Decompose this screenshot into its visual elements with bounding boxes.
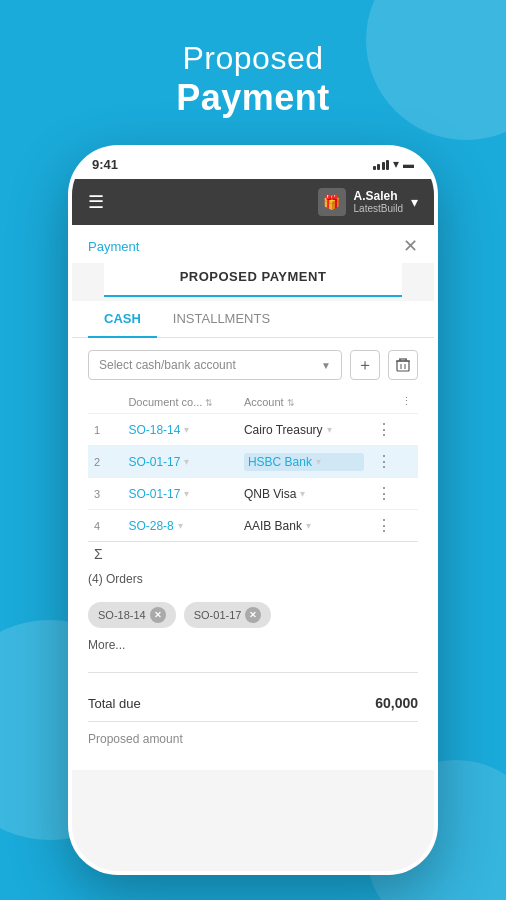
tag-2-close[interactable]: ✕ [245, 607, 261, 623]
tag-1-close[interactable]: ✕ [150, 607, 166, 623]
row-4-num: 4 [94, 520, 100, 532]
tabs-row: CASH INSTALLMENTS [72, 301, 434, 338]
row-4-account[interactable]: AAIB Bank ▾ [244, 519, 364, 533]
row-3-doc[interactable]: SO-01-17 ▾ [128, 487, 232, 501]
app-header-row: Payment ✕ [72, 225, 434, 263]
row-3-num: 3 [94, 488, 100, 500]
row-1-account-arrow: ▾ [327, 424, 332, 435]
table-row: 4 SO-28-8 ▾ AAIB Bank ▾ [88, 510, 418, 542]
tab-cash[interactable]: CASH [88, 301, 157, 338]
row-1-doc[interactable]: SO-18-14 ▾ [128, 423, 232, 437]
select-chevron-icon: ▼ [321, 360, 331, 371]
col-header-account: Account ⇅ [238, 390, 370, 414]
trash-icon [395, 357, 411, 373]
status-bar: 9:41 ▾ ▬ [72, 149, 434, 179]
page-title: PROPOSED PAYMENT [180, 269, 327, 284]
back-link[interactable]: Payment [88, 239, 139, 254]
nav-app-icon: 🎁 [318, 188, 346, 216]
nav-chevron-icon[interactable]: ▾ [411, 194, 418, 210]
row-3-account-arrow: ▾ [300, 488, 305, 499]
tag-2: SO-01-17 ✕ [184, 602, 272, 628]
payment-table: Document co... ⇅ Account ⇅ ⋮ [88, 390, 418, 566]
row-3-more[interactable]: ⋮ [376, 485, 392, 502]
row-2-account[interactable]: HSBC Bank ▾ [244, 453, 364, 471]
row-1-account[interactable]: Cairo Treasury ▾ [244, 423, 364, 437]
phone-inner: 9:41 ▾ ▬ ☰ 🎁 A.Saleh LatestBuild [72, 149, 434, 871]
select-row: Select cash/bank account ▼ ＋ [88, 350, 418, 380]
close-button[interactable]: ✕ [403, 235, 418, 257]
nav-center: 🎁 A.Saleh LatestBuild ▾ [318, 188, 418, 216]
status-time: 9:41 [92, 157, 118, 172]
wifi-icon: ▾ [393, 157, 399, 171]
battery-icon: ▬ [403, 158, 414, 170]
row-2-doc[interactable]: SO-01-17 ▾ [128, 455, 232, 469]
top-nav: ☰ 🎁 A.Saleh LatestBuild ▾ [72, 179, 434, 225]
row-3-account[interactable]: QNB Visa ▾ [244, 487, 364, 501]
row-2-doc-arrow: ▾ [184, 456, 189, 467]
tag-1: SO-18-14 ✕ [88, 602, 176, 628]
more-link[interactable]: More... [88, 634, 418, 662]
row-3-doc-arrow: ▾ [184, 488, 189, 499]
svg-rect-0 [397, 361, 409, 371]
table-row: 2 SO-01-17 ▾ HSBC Bank ▾ [88, 446, 418, 478]
col-account-sort-icon: ⇅ [287, 398, 295, 408]
table-row: 1 SO-18-14 ▾ Cairo Treasury ▾ [88, 414, 418, 446]
row-4-doc[interactable]: SO-28-8 ▾ [128, 519, 232, 533]
tags-row: SO-18-14 ✕ SO-01-17 ✕ [88, 596, 418, 634]
signal-icon [373, 158, 390, 170]
delete-button[interactable] [388, 350, 418, 380]
hero-proposed: Proposed [0, 40, 506, 77]
account-select[interactable]: Select cash/bank account ▼ [88, 350, 342, 380]
row-1-more[interactable]: ⋮ [376, 421, 392, 438]
add-button[interactable]: ＋ [350, 350, 380, 380]
table-row: 3 SO-01-17 ▾ QNB Visa ▾ [88, 478, 418, 510]
row-4-account-arrow: ▾ [306, 520, 311, 531]
main-area: Select cash/bank account ▼ ＋ [72, 338, 434, 770]
hero-payment: Payment [0, 77, 506, 119]
row-4-doc-arrow: ▾ [178, 520, 183, 531]
proposed-amount-label: Proposed amount [88, 732, 183, 746]
row-2-account-arrow: ▾ [316, 456, 321, 467]
row-1-doc-arrow: ▾ [184, 424, 189, 435]
page-title-bar: PROPOSED PAYMENT [104, 263, 402, 297]
nav-user-info: A.Saleh LatestBuild [354, 189, 403, 215]
phone-shell: 9:41 ▾ ▬ ☰ 🎁 A.Saleh LatestBuild [68, 145, 438, 875]
nav-user-name: A.Saleh [354, 189, 403, 203]
total-row: Total due 60,000 [88, 691, 418, 715]
total-value: 60,000 [375, 695, 418, 711]
total-section: Total due 60,000 Proposed amount [88, 683, 418, 758]
nav-user-sub: LatestBuild [354, 203, 403, 215]
sigma-row: Σ [88, 542, 418, 567]
select-placeholder: Select cash/bank account [99, 358, 236, 372]
hero-header: Proposed Payment [0, 40, 506, 119]
status-icons: ▾ ▬ [373, 157, 415, 171]
proposed-amount-row: Proposed amount [88, 728, 418, 750]
row-4-more[interactable]: ⋮ [376, 517, 392, 534]
divider [88, 672, 418, 673]
col-header-more: ⋮ [370, 390, 418, 414]
row-2-num: 2 [94, 456, 100, 468]
orders-count: (4) Orders [88, 566, 418, 596]
row-1-num: 1 [94, 424, 100, 436]
col-doc-sort-icon: ⇅ [205, 398, 213, 408]
total-divider [88, 721, 418, 722]
total-label: Total due [88, 696, 141, 711]
tab-installments[interactable]: INSTALLMENTS [157, 301, 286, 338]
hamburger-icon[interactable]: ☰ [88, 191, 104, 213]
col-header-num [88, 390, 122, 414]
col-header-doc: Document co... ⇅ [122, 390, 238, 414]
row-2-more[interactable]: ⋮ [376, 453, 392, 470]
